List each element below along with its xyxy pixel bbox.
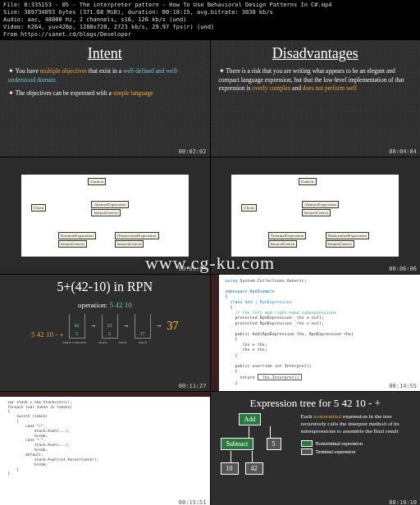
stack-3: 37: [135, 314, 151, 339]
rpn-operation: operation: 5 42 10: [8, 301, 202, 309]
timestamp: 00:02:02: [179, 148, 207, 155]
rpn-title: 5+(42-10) in RPN: [8, 280, 202, 294]
tree-diagram: Add Subtract 5 10 42: [216, 413, 298, 487]
panel-uml-1: Context Client AbstractExpression Interp…: [0, 157, 210, 274]
arrow-icon: →: [90, 322, 97, 330]
legend: Nonterminal expression Terminal expressi…: [301, 440, 416, 455]
meta-file: File: 8:335153 - 05 - The interpreter pa…: [3, 2, 417, 9]
legend-nonterminal-swatch: [301, 440, 313, 447]
timestamp: 00:11:27: [179, 383, 207, 389]
node-5: 5: [267, 438, 281, 450]
rpn-input: 5 42 10 - +: [31, 330, 64, 339]
timestamp: 00:14:55: [389, 383, 417, 389]
panel-intent: Intent You have multiple objectives that…: [0, 40, 210, 157]
meta-size: Size: 389734893 bytes (371.68 MiB), dura…: [3, 9, 417, 16]
etree-description: Each nonterminal expression in the tree …: [301, 413, 416, 435]
meta-source: From https://sanet.cd/blogs/Developer: [3, 31, 417, 39]
disadv-title: Disadvantages: [219, 45, 413, 62]
ubuntu-launcher: [211, 275, 219, 391]
node-10: 10: [221, 462, 239, 475]
uml-abstract: AbstractExpression: [91, 201, 128, 208]
stack-2: 32 5: [102, 314, 118, 339]
panel-uml-2: Context Client AbstractExpression Interp…: [211, 157, 421, 274]
disadv-bullet: There is a risk that you are writing wha…: [219, 67, 413, 93]
uml-client: Client: [31, 204, 46, 212]
uml-diagram: Context Client AbstractExpression Interp…: [21, 175, 189, 256]
uml-diagram: Context Client AbstractExpression Interp…: [231, 175, 399, 256]
timestamp: 00:04:04: [389, 148, 417, 155]
timestamp: 00:05:05: [179, 266, 207, 272]
uml-nonterminal: NonterminalExpression: [115, 232, 159, 239]
etree-title: Expression tree for 5 42 10 - +: [216, 397, 416, 410]
panel-disadvantages: Disadvantages There is a risk that you a…: [211, 40, 421, 157]
ide-editor: var stack = new Stack<int>(); foreach (v…: [3, 400, 207, 477]
uml-nonterminal-method: Interpret(Context): [115, 240, 144, 248]
thumbnail-grid: www.cg-ku.com Intent You have multiple o…: [0, 40, 420, 505]
node-add: Add: [239, 413, 262, 425]
meta-video: Video: h264, yuv420p, 1280x720, 2723 kb/…: [3, 24, 417, 31]
uml-terminal: TerminalExpression: [58, 232, 96, 239]
arrow-icon: →: [123, 322, 130, 330]
panel-code: using System.Collections.Generic; namesp…: [211, 275, 421, 391]
uml-context: Context: [88, 178, 106, 185]
timestamp: 00:15:51: [179, 499, 207, 505]
code-editor: using System.Collections.Generic; namesp…: [226, 278, 418, 386]
panel-ide: var stack = new Stack<int>(); foreach (v…: [0, 392, 210, 505]
intent-bullet-1: You have multiple objectives that exist …: [8, 67, 202, 84]
meta-audio: Audio: aac, 48000 Hz, 2 channels, s16, 1…: [3, 16, 417, 24]
intent-title: Intent: [8, 45, 202, 62]
stack-1: 42 5: [69, 314, 85, 339]
panel-rpn: 5+(42-10) in RPN operation: 5 42 10 5 42…: [0, 275, 210, 391]
legend-terminal-swatch: [301, 448, 313, 455]
panel-expression-tree: Expression tree for 5 42 10 - + Add Subt…: [211, 392, 421, 505]
uml-terminal-method: Interpret(Context): [58, 240, 87, 248]
intent-bullet-2: The objectives can be expressed with a s…: [8, 89, 202, 98]
uml-abstract-method: Interpret(Context): [91, 209, 120, 216]
arrow-icon: →: [156, 322, 162, 330]
node-subtract: Subtract: [221, 438, 254, 450]
file-metadata: File: 8:335153 - 05 - The interpreter pa…: [0, 0, 420, 40]
timestamp: 00:06:06: [389, 266, 417, 272]
rpn-visual: 5 42 10 - + 42 5 → 32 5 → 37 → 37: [8, 314, 202, 339]
timestamp: 00:18:10: [389, 499, 417, 505]
node-42: 42: [245, 462, 263, 475]
ubuntu-titlebar: [0, 392, 210, 397]
rpn-result: 37: [167, 320, 179, 333]
